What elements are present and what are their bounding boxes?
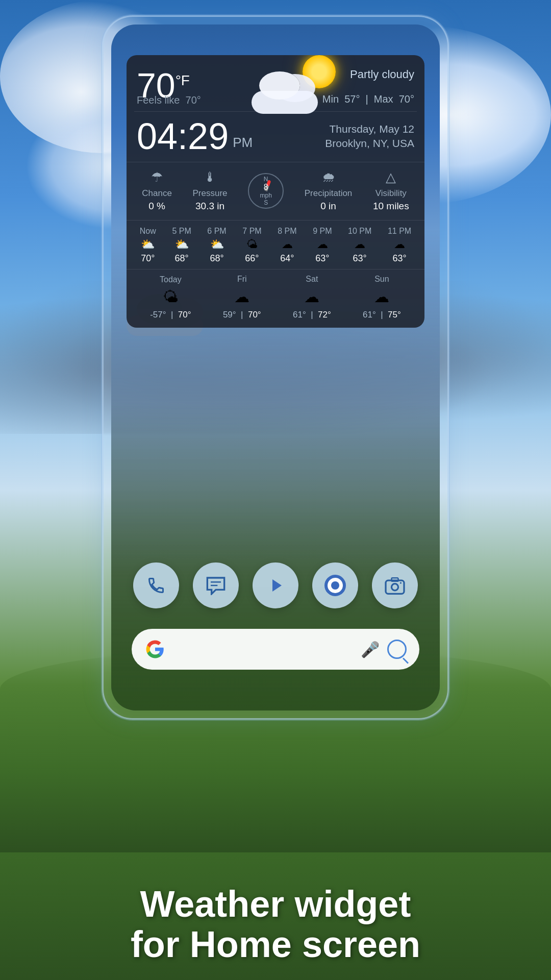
chance-icon: ☂ [151, 169, 163, 185]
svg-marker-2 [272, 579, 282, 592]
chance-label: Chance [142, 188, 172, 199]
hour-temp: 63° [392, 253, 406, 264]
day-high: 70° [178, 310, 191, 320]
location-display: Brooklyn, NY, USA [325, 137, 414, 150]
max-temp: 70° [399, 93, 414, 105]
hour-temp: 68° [210, 253, 223, 264]
date-display: Thursday, May 12 [325, 123, 414, 135]
temp-unit: °F [176, 72, 190, 88]
day-high: 72° [318, 310, 331, 320]
day-label: Sat [306, 275, 318, 284]
hour-label: Now [140, 227, 156, 236]
bottom-line1: Weather widget [140, 884, 411, 924]
stat-precipitation: 🌧 Precipitation 0 in [305, 169, 353, 212]
dock-icon-play-store[interactable] [253, 562, 298, 608]
daily-forecast: Today 🌤 -57° | 70° Fri ☁ 59° | 70° Sat ☁… [127, 269, 424, 328]
hour-temp: 66° [245, 253, 259, 264]
min-max-temps: Min 57° | Max 70° [322, 93, 414, 105]
hour-item: 6 PM ⛅ 68° [207, 227, 226, 264]
day-high: 75° [388, 310, 401, 320]
hour-temp: 68° [174, 253, 188, 264]
hour-item: 11 PM ☁ 63° [388, 227, 411, 264]
search-bar[interactable]: 🎤 [132, 629, 419, 670]
visibility-icon: △ [386, 169, 396, 185]
hour-temp: 63° [315, 253, 329, 264]
day-weather-icon: ☁ [304, 288, 319, 306]
daily-row: Today 🌤 -57° | 70° Fri ☁ 59° | 70° Sat ☁… [134, 275, 417, 320]
lens-search-icon[interactable] [387, 640, 407, 659]
stat-visibility: △ Visibility 10 miles [373, 169, 409, 212]
feels-like-temp: 70° [186, 94, 201, 106]
pressure-icon: 🌡 [204, 169, 217, 185]
day-temps: 61° | 72° [293, 310, 331, 320]
app-dock [127, 562, 424, 608]
date-location: Thursday, May 12 Brooklyn, NY, USA [325, 123, 414, 150]
hour-label: 10 PM [348, 227, 371, 236]
hour-icon: ⛅ [175, 238, 189, 251]
day-weather-icon: 🌤 [163, 288, 178, 306]
hour-icon: 🌤 [246, 238, 258, 251]
day-item: Sun ☁ 61° | 75° [363, 275, 401, 320]
min-label: Min [322, 93, 339, 105]
hour-icon: ☁ [394, 238, 405, 251]
day-label: Fri [237, 275, 247, 284]
hour-temp: 64° [280, 253, 294, 264]
min-temp: 57° [344, 93, 360, 105]
weather-widget[interactable]: 70°F Partly cloudy Feels like 70° Min 57… [127, 55, 424, 328]
hour-temp: 63° [353, 253, 367, 264]
google-logo [144, 639, 166, 660]
hourly-forecast: Now ⛅ 70° 5 PM ⛅ 68° 6 PM ⛅ 68° 7 PM 🌤 6… [127, 220, 424, 269]
svg-point-6 [399, 582, 401, 583]
weather-header: 70°F Partly cloudy Feels like 70° Min 57… [127, 55, 424, 111]
phone-screen: 70°F Partly cloudy Feels like 70° Min 57… [111, 24, 440, 710]
dock-icon-phone[interactable] [133, 562, 179, 608]
day-item: Sat ☁ 61° | 72° [293, 275, 331, 320]
bottom-line2: for Home screen [131, 924, 420, 965]
hour-item: 5 PM ⛅ 68° [172, 227, 191, 264]
svg-rect-5 [391, 578, 398, 581]
feels-like-label: Feels like [137, 94, 180, 106]
bottom-title: Weather widget for Home screen [0, 884, 551, 965]
hour-label: 9 PM [313, 227, 332, 236]
ampm-display: PM [233, 135, 253, 151]
pressure-value: 30.3 in [195, 201, 224, 212]
day-high: 70° [248, 310, 261, 320]
hour-icon: ⛅ [141, 238, 155, 251]
day-label: Today [160, 275, 182, 284]
time-section: 04:29 PM Thursday, May 12 Brooklyn, NY, … [127, 112, 424, 162]
voice-search-icon[interactable]: 🎤 [361, 641, 380, 658]
hour-item: 10 PM ☁ 63° [348, 227, 371, 264]
wind-speed: 8 mph [260, 182, 271, 200]
dock-icon-chrome[interactable] [312, 562, 358, 608]
hour-label: 6 PM [207, 227, 226, 236]
stat-chance: ☂ Chance 0 % [142, 169, 172, 212]
compass: N S 8 mph [248, 173, 284, 209]
day-low: 61° [293, 310, 306, 320]
hour-item: 8 PM ☁ 64° [278, 227, 296, 264]
day-temps: 59° | 70° [223, 310, 261, 320]
day-label: Sun [374, 275, 389, 284]
weather-condition: Partly cloudy [350, 68, 414, 81]
weather-stats-row: ☂ Chance 0 % 🌡 Pressure 30.3 in N S [127, 162, 424, 220]
precipitation-label: Precipitation [305, 188, 353, 199]
hour-label: 7 PM [242, 227, 261, 236]
day-item: Today 🌤 -57° | 70° [150, 275, 191, 320]
hour-item: Now ⛅ 70° [140, 227, 156, 264]
dock-icon-camera[interactable] [372, 562, 418, 608]
hour-icon: ☁ [317, 238, 328, 251]
stat-pressure: 🌡 Pressure 30.3 in [193, 169, 228, 212]
dock-icon-messages[interactable] [193, 562, 239, 608]
visibility-value: 10 miles [373, 201, 409, 212]
stat-wind: N S 8 mph [248, 173, 284, 209]
day-weather-icon: ☁ [234, 288, 249, 306]
visibility-label: Visibility [375, 188, 407, 199]
day-weather-icon: ☁ [374, 288, 389, 306]
hourly-row: Now ⛅ 70° 5 PM ⛅ 68° 6 PM ⛅ 68° 7 PM 🌤 6… [132, 227, 419, 264]
day-low: -57° [150, 310, 166, 320]
hour-icon: ☁ [282, 238, 293, 251]
precipitation-value: 0 in [320, 201, 336, 212]
hour-item: 9 PM ☁ 63° [313, 227, 332, 264]
chance-value: 0 % [148, 201, 165, 212]
precipitation-icon: 🌧 [322, 169, 335, 185]
weather-icon-area [244, 55, 346, 116]
